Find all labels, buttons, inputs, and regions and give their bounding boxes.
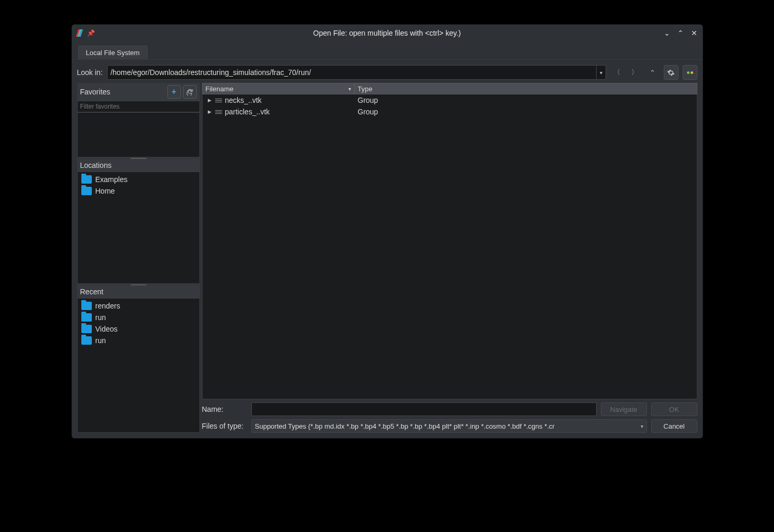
recent-list[interactable]: renders run Videos run (77, 298, 200, 433)
location-item[interactable]: Home (79, 185, 198, 197)
tab-local-filesystem[interactable]: Local File System (78, 46, 148, 59)
navigate-button[interactable]: Navigate (601, 402, 647, 416)
recent-item[interactable]: renders (79, 300, 198, 312)
cancel-button[interactable]: Cancel (651, 419, 697, 433)
recent-item[interactable]: run (79, 335, 198, 346)
favorites-list[interactable] (77, 112, 200, 157)
close-button[interactable]: ✕ (691, 29, 697, 37)
filetype-label: Files of type: (202, 422, 247, 430)
folder-icon (81, 313, 92, 322)
file-browser: Filename Type ▶ necks_..vtk Group (202, 83, 697, 433)
nav-up-button[interactable]: ⌃ (646, 66, 660, 79)
open-file-dialog: 📌 Open File: open multiple files with <c… (71, 24, 703, 439)
left-panel: Favorites + Locations Examples (77, 83, 200, 433)
nav-forward-button[interactable]: 〉 (628, 66, 642, 79)
expand-icon[interactable]: ▶ (208, 109, 212, 114)
location-item[interactable]: Examples (79, 174, 198, 185)
favorites-header: Favorites + (77, 83, 200, 101)
settings-button[interactable] (664, 65, 678, 80)
path-dropdown-icon[interactable]: ▾ (596, 66, 606, 79)
nav-back-button[interactable]: 〈 (610, 66, 624, 79)
pin-icon[interactable]: 📌 (87, 29, 95, 37)
window-title: Open File: open multiple files with <ctr… (72, 29, 703, 37)
filetype-combo[interactable]: Supported Types (*.bp md.idx *.bp *.bp4 … (251, 419, 647, 433)
folder-icon (81, 187, 92, 195)
recent-header: Recent (77, 285, 200, 298)
group-files-button[interactable] (683, 65, 697, 80)
file-group-icon (215, 108, 222, 115)
maximize-button[interactable]: ⌃ (677, 29, 684, 37)
recent-item[interactable]: run (79, 312, 198, 323)
name-input[interactable] (251, 402, 597, 416)
name-row: Name: Navigate OK (202, 402, 697, 416)
file-group-icon (215, 97, 222, 104)
file-list-header: Filename Type (202, 83, 697, 94)
add-favorite-button[interactable]: + (167, 85, 181, 99)
folder-icon (81, 336, 92, 345)
column-header-type[interactable]: Type (355, 83, 697, 94)
expand-icon[interactable]: ▶ (208, 98, 212, 103)
folder-icon (81, 325, 92, 333)
minimize-button[interactable]: ⌄ (664, 29, 670, 37)
ok-button[interactable]: OK (651, 402, 697, 416)
titlebar: 📌 Open File: open multiple files with <c… (72, 25, 703, 41)
file-list[interactable]: ▶ necks_..vtk Group ▶ particles_..vtk Gr… (202, 94, 697, 399)
folder-icon (81, 175, 92, 184)
filetype-row: Files of type: Supported Types (*.bp md.… (202, 419, 697, 433)
name-label: Name: (202, 405, 247, 413)
recent-item[interactable]: Videos (79, 323, 198, 335)
locations-header: Locations (77, 159, 200, 172)
column-header-filename[interactable]: Filename (203, 83, 355, 94)
locations-list[interactable]: Examples Home (77, 172, 200, 284)
paraview-icon (77, 29, 82, 37)
file-row[interactable]: ▶ particles_..vtk Group (203, 106, 697, 118)
favorites-filter-input[interactable] (77, 101, 200, 112)
folder-icon (81, 302, 92, 310)
look-in-input[interactable]: /home/egor/Downloads/restructuring_simul… (107, 65, 606, 80)
file-row[interactable]: ▶ necks_..vtk Group (203, 94, 697, 106)
refresh-favorites-button[interactable] (183, 85, 197, 99)
look-in-label: Look in: (77, 68, 103, 77)
tab-bar: Local File System (72, 41, 703, 60)
look-in-row: Look in: /home/egor/Downloads/restructur… (77, 65, 697, 80)
